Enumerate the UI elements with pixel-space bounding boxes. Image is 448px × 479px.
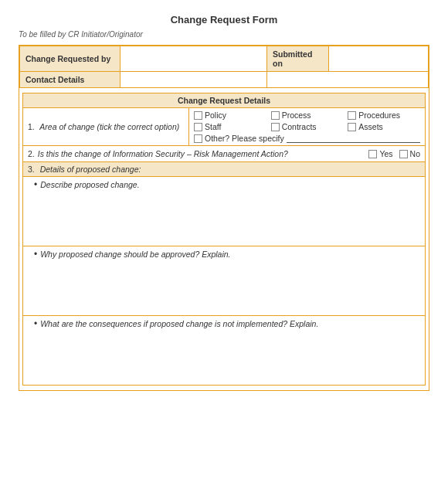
bullet2-content: • Why proposed change should be approved… bbox=[34, 250, 420, 259]
details-header: Change Request Details bbox=[23, 93, 426, 108]
option-staff-label: Staff bbox=[205, 122, 221, 131]
yes-label: Yes bbox=[379, 149, 392, 158]
bullet2-icon: • bbox=[34, 250, 37, 259]
area-options-cell: Policy Process Procedures Staff bbox=[189, 108, 426, 146]
yes-item: Yes bbox=[368, 149, 392, 158]
page-title: Change Request Form bbox=[19, 14, 429, 25]
info-sec-cell: 2. Is this the change of Information Sec… bbox=[23, 146, 426, 162]
proposed-header-cell: 3. Details of proposed change: bbox=[23, 162, 426, 177]
top-table: Change Requested by Submitted on Contact… bbox=[19, 46, 429, 88]
change-requested-value[interactable] bbox=[120, 46, 267, 72]
bullet3-row: • What are the consequences if proposed … bbox=[23, 316, 426, 386]
info-sec-row: 2. Is this the change of Information Sec… bbox=[23, 146, 426, 162]
options-grid: Policy Process Procedures Staff bbox=[194, 110, 420, 131]
option-contracts: Contracts bbox=[271, 122, 344, 131]
page-subtitle: To be filled by CR Initiator/Originator bbox=[19, 30, 429, 39]
checkbox-staff[interactable] bbox=[194, 123, 202, 131]
contact-value[interactable] bbox=[120, 72, 267, 88]
no-item: No bbox=[399, 149, 420, 158]
bullet3-content: • What are the consequences if proposed … bbox=[34, 319, 420, 328]
details-table: Change Request Details 1. Area of change… bbox=[22, 93, 426, 386]
checkbox-other[interactable] bbox=[194, 134, 202, 143]
no-label: No bbox=[410, 149, 420, 158]
other-row: Other? Please specify bbox=[194, 134, 420, 143]
bullet1-label: Describe proposed change. bbox=[40, 180, 139, 189]
option-process-label: Process bbox=[282, 110, 311, 120]
bullet3-icon: • bbox=[34, 319, 37, 328]
bullet1-cell: • Describe proposed change. bbox=[23, 177, 426, 246]
area-label-cell: 1. Area of change (tick the correct opti… bbox=[23, 108, 189, 146]
checkbox-contracts[interactable] bbox=[271, 123, 280, 131]
option-assets: Assets bbox=[348, 122, 420, 131]
info-sec-num: 2. bbox=[28, 149, 35, 158]
option-procedures-label: Procedures bbox=[358, 110, 400, 120]
bullet3-cell: • What are the consequences if proposed … bbox=[23, 316, 426, 386]
checkbox-procedures[interactable] bbox=[348, 111, 356, 120]
checkbox-no[interactable] bbox=[399, 150, 408, 158]
option-contracts-label: Contracts bbox=[282, 122, 317, 131]
proposed-num: 3. bbox=[28, 165, 35, 174]
page: Change Request Form To be filled by CR I… bbox=[19, 14, 429, 391]
yes-no-section: Yes No bbox=[368, 149, 420, 158]
proposed-label: Details of proposed change: bbox=[40, 165, 141, 174]
bullet2-label: Why proposed change should be approved? … bbox=[40, 250, 230, 259]
other-specify-field[interactable] bbox=[287, 134, 420, 143]
proposed-header-row: 3. Details of proposed change: bbox=[23, 162, 426, 177]
info-sec-inner: 2. Is this the change of Information Sec… bbox=[28, 149, 420, 158]
other-label: Other? Please specify bbox=[205, 134, 284, 143]
option-staff: Staff bbox=[194, 122, 266, 131]
form-wrapper: Change Requested by Submitted on Contact… bbox=[19, 45, 429, 391]
checkbox-yes[interactable] bbox=[368, 150, 377, 158]
bullet1-icon: • bbox=[34, 180, 37, 189]
bullet1-content: • Describe proposed change. bbox=[34, 180, 420, 189]
option-procedures: Procedures bbox=[348, 110, 420, 120]
bullet2-row: • Why proposed change should be approved… bbox=[23, 246, 426, 316]
option-assets-label: Assets bbox=[358, 122, 383, 131]
contact-label: Contact Details bbox=[20, 72, 120, 88]
checkbox-process[interactable] bbox=[271, 111, 280, 120]
submitted-on-label: Submitted on bbox=[267, 46, 329, 72]
checkbox-policy[interactable] bbox=[194, 111, 202, 120]
option-process: Process bbox=[271, 110, 344, 120]
submitted-on-value[interactable] bbox=[329, 46, 429, 72]
option-policy: Policy bbox=[194, 110, 266, 120]
area-label: Area of change (tick the correct option) bbox=[39, 122, 179, 131]
bullet3-label: What are the consequences if proposed ch… bbox=[40, 319, 318, 328]
bullet2-cell: • Why proposed change should be approved… bbox=[23, 246, 426, 316]
area-num: 1. bbox=[28, 122, 35, 131]
checkbox-assets[interactable] bbox=[348, 123, 356, 131]
contact-empty bbox=[267, 72, 429, 88]
change-requested-label: Change Requested by bbox=[20, 46, 120, 72]
area-row: 1. Area of change (tick the correct opti… bbox=[23, 108, 426, 146]
option-policy-label: Policy bbox=[205, 110, 226, 120]
info-sec-label: Is this the change of Information Securi… bbox=[38, 149, 369, 158]
bullet1-row: • Describe proposed change. bbox=[23, 177, 426, 246]
